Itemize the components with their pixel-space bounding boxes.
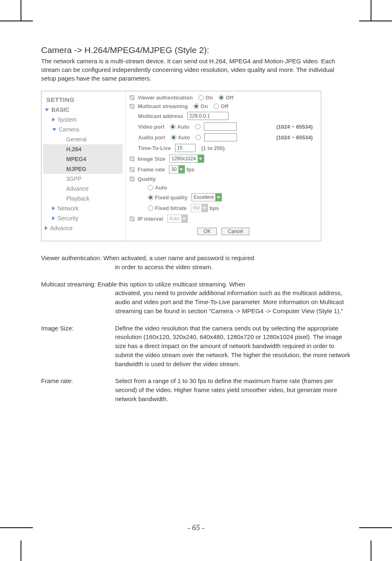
sidebar-label: BASIC xyxy=(51,106,69,113)
off-label: Off xyxy=(221,103,228,109)
sidebar-label: MPEG4 xyxy=(66,156,86,162)
crop-mark xyxy=(21,540,34,561)
multicast-address-row: Multicast address 228.0.0.1 xyxy=(130,112,317,120)
multicast-off-radio[interactable] xyxy=(214,104,219,109)
viewer-auth-off-radio[interactable] xyxy=(219,95,224,100)
fixed-quality-label: Fixed quality xyxy=(155,194,187,201)
ip-interval-row: IP interval Auto xyxy=(130,215,317,223)
ttl-label: Time-To-Live xyxy=(138,145,171,151)
sidebar-item-network[interactable]: Network xyxy=(43,203,125,213)
sidebar-item-3gpp[interactable]: 3GPP xyxy=(43,174,125,184)
bps-label: bps xyxy=(210,205,219,211)
sidebar-label: Network xyxy=(58,205,78,212)
desc-label: Frame rate: xyxy=(41,376,99,403)
desc-text: in order to access the video stream. xyxy=(41,263,351,272)
sidebar-item-mjpeg[interactable]: MJPEG xyxy=(43,164,123,174)
desc-text: activated, you need to provide additiona… xyxy=(41,289,351,315)
video-port-auto-radio[interactable] xyxy=(170,124,175,129)
chevron-down-icon xyxy=(198,155,204,162)
chevron-down-icon xyxy=(178,166,184,173)
desc-label: Viewer authentication: xyxy=(41,254,104,261)
ttl-row: Time-To-Live 15 (1 to 255) xyxy=(130,144,317,152)
settings-sidebar: SETTING BASIC System Camera General H.26… xyxy=(42,91,126,241)
desc-multicast: Multicast streaming: Enable this option … xyxy=(41,280,351,316)
quality-row: Quality xyxy=(130,176,317,182)
chevron-down-icon xyxy=(181,215,187,222)
sidebar-item-h264[interactable]: H.264 xyxy=(43,144,123,154)
video-port-range: (1024 ~ 65534) xyxy=(276,124,317,130)
sidebar-label: General xyxy=(66,136,87,143)
multicast-address-input[interactable]: 228.0.0.1 xyxy=(187,112,228,120)
desc-viewer-auth: Viewer authentication: When activated, a… xyxy=(41,254,351,272)
sidebar-label: H.264 xyxy=(66,146,81,152)
multicast-on-radio[interactable] xyxy=(194,104,199,109)
desc-frame-rate: Frame rate: Select from a range of 1 to … xyxy=(41,376,351,403)
bullet-icon xyxy=(130,177,134,181)
sidebar-item-advance[interactable]: Advance xyxy=(43,184,125,194)
audio-port-row: Audio port Auto (1024 ~ 65534) xyxy=(130,133,317,141)
bullet-icon xyxy=(130,217,134,221)
quality-fixed-bitrate-row: Fixed bitrate 6M bps xyxy=(130,204,317,212)
ip-interval-label: IP interval xyxy=(138,216,163,222)
crop-mark xyxy=(358,0,371,21)
sidebar-label: Camera xyxy=(59,126,79,133)
viewer-auth-label: Viewer authentication xyxy=(138,95,193,101)
sidebar-item-basic[interactable]: BASIC xyxy=(43,105,125,115)
quality-auto-radio[interactable] xyxy=(148,185,153,190)
video-port-row: Video port Auto (1024 ~ 65534) xyxy=(130,122,317,131)
desc-image-size: Image Size: Define the video resolution … xyxy=(41,324,351,369)
fixed-bitrate-select: 6M xyxy=(191,204,208,212)
sidebar-item-mpeg4[interactable]: MPEG4 xyxy=(43,154,123,164)
sidebar-label: Advance xyxy=(50,225,72,231)
sidebar-label: MJPEG xyxy=(66,166,86,172)
video-port-label: Video port xyxy=(138,124,164,130)
sidebar-heading: SETTING xyxy=(43,95,125,105)
audio-port-manual-radio[interactable] xyxy=(196,135,201,140)
ttl-range: (1 to 255) xyxy=(201,145,225,151)
fixed-quality-select[interactable]: Excellent xyxy=(191,193,222,201)
sidebar-label: Playback xyxy=(66,195,90,202)
chevron-right-icon xyxy=(52,206,55,210)
desc-label: Multicast streaming: xyxy=(41,281,98,288)
bullet-icon xyxy=(130,104,134,109)
sidebar-label: System xyxy=(58,116,77,123)
sidebar-item-playback[interactable]: Playback xyxy=(43,194,125,203)
desc-label: Image Size: xyxy=(41,324,99,369)
ok-button[interactable]: OK xyxy=(197,228,217,235)
intro-paragraph: The network camera is a multi-stream dev… xyxy=(41,57,351,83)
auto-label: Auto xyxy=(178,134,190,141)
ip-interval-select: Auto xyxy=(167,215,188,223)
audio-port-auto-radio[interactable] xyxy=(171,135,176,140)
image-size-row: Image Size 1280x1024 xyxy=(130,155,317,163)
cancel-button[interactable]: Cancel xyxy=(221,228,249,235)
viewer-auth-on-radio[interactable] xyxy=(198,95,204,100)
multicast-row: Multicast streaming On Off xyxy=(130,103,317,109)
chevron-down-icon xyxy=(52,128,56,131)
viewer-auth-row: Viewer authentication On Off xyxy=(130,95,317,101)
chevron-right-icon xyxy=(52,118,55,122)
audio-port-range: (1024 ~ 65534) xyxy=(276,134,317,141)
crop-mark xyxy=(358,540,371,561)
fixed-bitrate-label: Fixed bitrate xyxy=(155,205,187,211)
frame-rate-select[interactable]: 30 xyxy=(169,165,184,173)
quality-fixed-quality-row: Fixed quality Excellent xyxy=(130,193,317,201)
crop-mark xyxy=(21,0,34,21)
sidebar-item-camera[interactable]: Camera xyxy=(43,125,125,134)
sidebar-label: 3GPP xyxy=(66,175,81,182)
video-port-manual-radio[interactable] xyxy=(195,124,201,129)
audio-port-input[interactable] xyxy=(204,133,237,141)
audio-port-label: Audio port xyxy=(138,134,165,141)
ttl-input[interactable]: 15 xyxy=(175,144,196,152)
chevron-down-icon xyxy=(201,204,208,212)
image-size-select[interactable]: 1280x1024 xyxy=(169,155,204,163)
off-label: Off xyxy=(226,95,233,101)
video-port-input[interactable] xyxy=(204,122,237,131)
sidebar-item-security[interactable]: Security xyxy=(43,213,125,223)
fixed-quality-value: Excellent xyxy=(192,194,215,200)
sidebar-item-general[interactable]: General xyxy=(43,134,125,144)
fixed-quality-radio[interactable] xyxy=(148,195,153,200)
sidebar-item-advance2[interactable]: Advance xyxy=(43,223,125,233)
fixed-bitrate-radio[interactable] xyxy=(148,205,153,211)
sidebar-item-system[interactable]: System xyxy=(43,115,125,125)
section-title: Camera -> H.264/MPEG4/MJPEG (Style 2): xyxy=(41,45,351,55)
